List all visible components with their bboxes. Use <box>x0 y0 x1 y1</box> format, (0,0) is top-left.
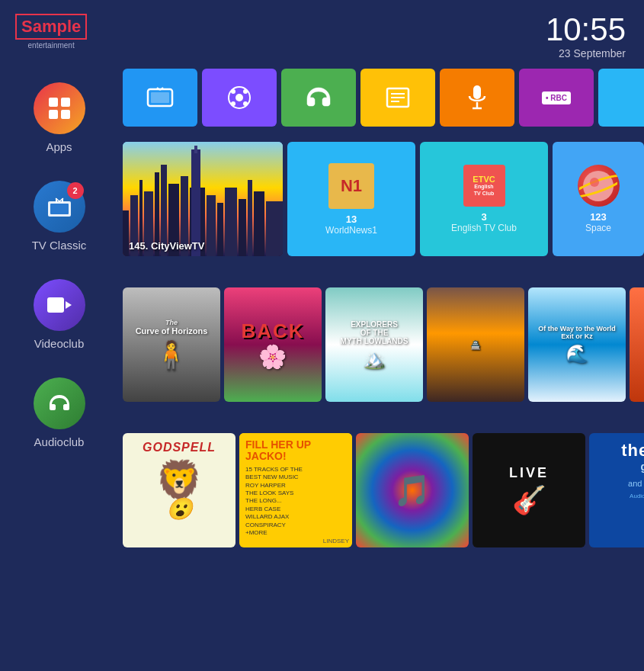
cat-tile-tv[interactable] <box>123 69 197 127</box>
audio-label: Audioclub <box>34 435 85 448</box>
fillerup-inner: FILL HER UPJACKO! 15 TRACKS OF THEBEST N… <box>239 433 352 547</box>
svg-point-48 <box>583 171 614 201</box>
space-num: 123 <box>585 211 611 223</box>
audio-icon-wrap <box>34 377 85 429</box>
godspell-inner: GODSPELL 🦁 😮 <box>123 433 235 547</box>
cat-tile-extra[interactable] <box>598 69 644 127</box>
channel-space[interactable]: 123 Space <box>553 142 644 256</box>
video-icon-wrap <box>34 279 85 331</box>
vod-tile-temple[interactable]: 🏯 <box>427 287 524 402</box>
n1-logo: N1 <box>328 163 374 209</box>
apps-icon-wrap <box>34 82 85 134</box>
colorful-inner: 🎵 <box>356 433 469 547</box>
svg-point-17 <box>235 94 243 101</box>
etvc-logo: ETVC EnglishTV Club <box>463 165 505 207</box>
logo: Sample <box>15 14 87 40</box>
vod-ocean-title: Of the Way to the World Exit or Kz 🌊 <box>528 322 626 368</box>
svg-rect-3 <box>61 110 70 119</box>
vod-tile-back[interactable]: BACK 🌸 <box>224 287 322 402</box>
fillerup-title: FILL HER UPJACKO! <box>245 439 311 463</box>
svg-marker-11 <box>66 301 72 309</box>
logo-subtitle: entertainment <box>15 41 87 50</box>
sidebar-item-apps[interactable]: Apps <box>0 69 118 167</box>
cityview-label: 145. CityViewTV <box>129 240 204 252</box>
cat-news-icon <box>384 84 412 111</box>
vod-tile-explorers[interactable]: EXPLORERSOF THEMYTH LOWLANDS 🏔️ <box>325 287 423 402</box>
svg-rect-39 <box>207 195 216 256</box>
vod-temple-text: 🏯 <box>467 337 484 353</box>
colorful-icon: 🎵 <box>393 473 431 509</box>
vod-tile-extra[interactable]: 🎬 <box>630 287 644 402</box>
video-label: Videoclub <box>34 337 85 350</box>
svg-point-20 <box>231 101 235 106</box>
svg-point-50 <box>590 178 599 187</box>
vod-strip: The Curve of Horizons 🧍 BACK 🌸 EXPLORERS… <box>118 287 644 406</box>
live-inner: LIVE 🎸 <box>473 433 585 547</box>
godspell-face: 😮 <box>166 496 193 522</box>
audio-tile-godspell[interactable]: GODSPELL 🦁 😮 <box>123 433 235 547</box>
svg-rect-2 <box>49 110 58 119</box>
gm-audioclub: Audioclub... <box>630 493 644 499</box>
svg-rect-47 <box>194 146 197 153</box>
svg-point-19 <box>243 89 248 94</box>
space-name: Space <box>585 223 611 233</box>
svg-rect-40 <box>217 203 223 256</box>
channel-worldnews[interactable]: N1 13 WorldNews1 <box>287 142 415 256</box>
vod-back-title: BACK 🌸 <box>238 316 307 373</box>
cat-headphones-icon <box>305 85 332 111</box>
gm-title: the m <box>621 441 644 461</box>
cityview-skyline <box>123 142 283 256</box>
video-icon <box>46 294 73 316</box>
channel-cityview[interactable]: 145. CityViewTV <box>123 142 283 256</box>
vod-tile-ocean[interactable]: Of the Way to the World Exit or Kz 🌊 <box>528 287 626 402</box>
clock-time: 10:55 <box>546 14 626 46</box>
grid-icon <box>46 95 72 121</box>
worldnews-info: 13 WorldNews1 <box>325 214 377 236</box>
sidebar: Apps 2 TV Classic Videoclub <box>0 69 118 462</box>
cat-film-icon <box>226 84 253 111</box>
vod-explorers-title: EXPLORERSOF THEMYTH LOWLANDS 🏔️ <box>338 317 412 373</box>
cat-tv-icon <box>146 86 174 109</box>
audio-tile-gm[interactable]: the m g! and Mo... Audioclub... <box>589 433 644 547</box>
gm-sub: g! <box>640 461 644 473</box>
worldnews-num: 13 <box>325 214 377 225</box>
audioclub-section: GODSPELL 🦁 😮 FILL HER UPJACKO! 15 TRACKS… <box>118 433 644 551</box>
sidebar-item-audio[interactable]: Audioclub <box>0 364 118 462</box>
cat-tile-mic[interactable] <box>440 69 514 127</box>
cat-tile-film[interactable] <box>202 69 277 127</box>
vod-curve-title: The Curve of Horizons 🧍 <box>133 316 211 374</box>
clock-area: 10:55 23 September <box>546 14 626 59</box>
svg-rect-1 <box>61 98 70 107</box>
audio-tile-fillerup[interactable]: FILL HER UPJACKO! 15 TRACKS OF THEBEST N… <box>239 433 352 547</box>
audio-tile-colorful[interactable]: 🎵 <box>356 433 469 547</box>
header: Sample entertainment 10:55 23 September <box>0 0 644 67</box>
tv-icon <box>46 195 72 218</box>
svg-point-21 <box>243 101 248 106</box>
videoclub-section: The Curve of Horizons 🧍 BACK 🌸 EXPLORERS… <box>118 287 644 406</box>
svg-rect-13 <box>151 92 169 103</box>
sidebar-item-video[interactable]: Videoclub <box>0 265 118 364</box>
apps-category-row: • RBC <box>118 69 644 130</box>
sidebar-item-tv[interactable]: 2 TV Classic <box>0 167 118 265</box>
etvc-num: 3 <box>451 211 517 223</box>
cat-tile-news[interactable] <box>360 69 435 127</box>
svg-point-18 <box>231 89 235 94</box>
svg-rect-10 <box>47 297 64 313</box>
logo-area: Sample entertainment <box>15 14 87 50</box>
godspell-title: GODSPELL <box>143 441 216 454</box>
vod-tile-curve[interactable]: The Curve of Horizons 🧍 <box>123 287 220 402</box>
etvc-info: 3 English TV Club <box>451 211 517 233</box>
cat-mic-icon <box>466 84 489 111</box>
live-title: LIVE <box>509 465 549 481</box>
tv-icon-wrap: 2 <box>34 181 85 233</box>
audio-tile-live[interactable]: LIVE 🎸 <box>473 433 585 547</box>
cat-tile-rbc[interactable]: • RBC <box>519 69 594 127</box>
audio-strip: GODSPELL 🦁 😮 FILL HER UPJACKO! 15 TRACKS… <box>118 433 644 551</box>
live-icon: 🎸 <box>512 484 546 516</box>
clock-date: 23 September <box>546 47 626 59</box>
tv-label: TV Classic <box>32 239 87 252</box>
channel-etvc[interactable]: ETVC EnglishTV Club 3 English TV Club <box>420 142 548 256</box>
rbc-label: • RBC <box>542 92 571 104</box>
channels-strip: 145. CityViewTV N1 13 WorldNews1 ETVC En… <box>118 142 644 260</box>
cat-tile-music[interactable] <box>281 69 356 127</box>
